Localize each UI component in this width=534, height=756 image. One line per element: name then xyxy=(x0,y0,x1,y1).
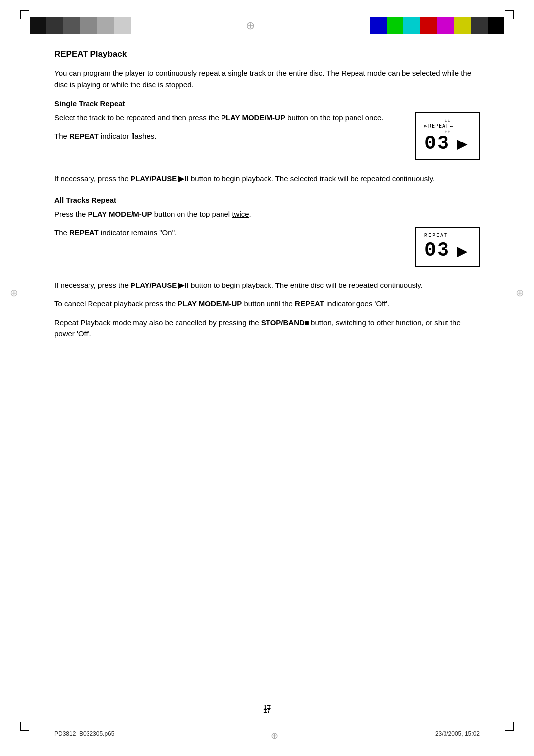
corner-mark-bl xyxy=(20,722,29,731)
intro-text: You can program the player to continuous… xyxy=(54,67,480,91)
swatch-black2 xyxy=(46,17,63,34)
single-track-block: ↓↓ ⊳ REPEAT ← ↑↑ 03 ▶ Select the track t… xyxy=(54,112,480,165)
footer-left: PD3812_B032305.p65 xyxy=(54,730,114,741)
footer-center-crosshair: ⊕ xyxy=(271,730,278,741)
right-crosshair-icon: ⊕ xyxy=(516,287,524,299)
digit-row-2: 03 ▶ xyxy=(424,241,468,261)
section-title: REPEAT Playback xyxy=(54,49,480,59)
top-bar: ⊕ xyxy=(0,14,534,38)
swatch-blue xyxy=(370,17,387,34)
swatch-black1 xyxy=(30,17,46,34)
swatch-cyan xyxy=(403,17,420,34)
swatch-gray3 xyxy=(97,17,114,34)
single-track-section: Single Track Repeat ↓↓ ⊳ REPEAT ← ↑↑ 03 … xyxy=(54,99,480,184)
display-box-2: REPEAT 03 ▶ xyxy=(415,227,480,267)
digit-row-1: 03 ▶ xyxy=(424,134,468,154)
top-crosshair: ⊕ xyxy=(131,19,370,32)
all-tracks-play-text: If necessary, press the PLAY/PAUSE ▶II b… xyxy=(54,280,480,291)
display-digits-2: 03 xyxy=(424,241,450,261)
swatch-red xyxy=(420,17,437,34)
swatch-magenta xyxy=(437,17,454,34)
swatch-yellow xyxy=(454,17,471,34)
black-swatches xyxy=(30,17,131,34)
all-tracks-block: REPEAT 03 ▶ The REPEAT indicator remains… xyxy=(54,227,480,272)
swatch-gray2 xyxy=(80,17,97,34)
swatch-black-end xyxy=(488,17,504,34)
all-tracks-title: All Tracks Repeat xyxy=(54,196,480,204)
footer: PD3812_B032305.p65 ⊕ 23/3/2005, 15:02 xyxy=(54,730,480,741)
repeat-label-2: REPEAT xyxy=(424,233,448,238)
play-icon-1: ▶ xyxy=(457,136,468,152)
main-content: REPEAT Playback You can program the play… xyxy=(54,49,480,707)
all-tracks-text1: Press the PLAY MODE/M-UP button on the t… xyxy=(54,208,480,220)
all-tracks-section: All Tracks Repeat Press the PLAY MODE/M-… xyxy=(54,196,480,339)
bottom-page-num: 17 xyxy=(263,706,271,714)
bottom-divider-line xyxy=(30,717,504,717)
play-icon-2: ▶ xyxy=(457,243,468,259)
footer-right: 23/3/2005, 15:02 xyxy=(435,730,480,741)
corner-mark-br xyxy=(505,722,514,731)
top-divider-line xyxy=(30,39,504,39)
color-swatches-right xyxy=(370,17,504,34)
swatch-darkgray xyxy=(471,17,488,34)
display-box-1: ↓↓ ⊳ REPEAT ← ↑↑ 03 ▶ xyxy=(415,112,480,160)
swatch-green xyxy=(387,17,403,34)
left-crosshair-icon: ⊕ xyxy=(10,287,18,299)
display-digits-1: 03 xyxy=(424,134,450,154)
single-track-title: Single Track Repeat xyxy=(54,99,480,108)
repeat-label-row-1: ⊳ REPEAT ← xyxy=(424,123,453,129)
cancel-repeat-text: To cancel Repeat playback press the PLAY… xyxy=(54,298,480,309)
stop-band-text: Repeat Playback mode may also be cancell… xyxy=(54,317,480,340)
repeat-arrows-top: ↓↓ xyxy=(424,118,471,123)
single-track-play-text: If necessary, press the PLAY/PAUSE ▶II b… xyxy=(54,173,480,184)
swatch-gray1 xyxy=(63,17,80,34)
swatch-gray4 xyxy=(114,17,131,34)
